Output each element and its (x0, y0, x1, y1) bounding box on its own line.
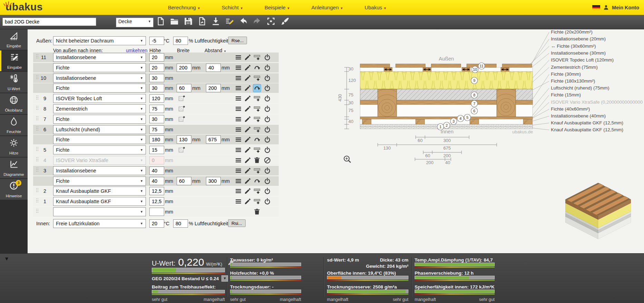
toolbar-redo-button[interactable] (252, 17, 262, 27)
layer-power-button[interactable] (264, 146, 271, 154)
toolbar-compose-button[interactable] (225, 17, 234, 27)
toolbar-new-file-button[interactable] (156, 17, 165, 27)
layer-insert-layer-button[interactable] (253, 146, 261, 154)
layer-menu-button[interactable] (235, 64, 242, 72)
logo[interactable]: ubakus (6, 1, 43, 13)
layer-material-select[interactable]: ▼ (53, 207, 146, 216)
innen-temp-input[interactable] (149, 219, 164, 228)
layer-menu-button[interactable] (235, 157, 242, 164)
layer-spacing-input[interactable] (206, 84, 221, 92)
layer-thickness-input[interactable] (149, 177, 164, 185)
layer-material-select[interactable]: ISOVER Vario XtraSafe▼ (53, 156, 146, 165)
layer-thickness-input[interactable] (149, 64, 164, 72)
layer-trash-button[interactable] (253, 157, 261, 164)
add-wood-section-button[interactable] (178, 105, 186, 112)
layer-thickness-input[interactable] (149, 146, 164, 154)
layer-edit-button[interactable] (244, 84, 251, 92)
layer-menu-button[interactable] (235, 95, 242, 102)
toolbar-undo-button[interactable] (239, 17, 248, 27)
nav-item-schicht[interactable]: Schicht▼ (222, 4, 243, 10)
layer-insert-layer-button[interactable] (253, 167, 261, 174)
layer-edit-button[interactable] (244, 95, 251, 102)
layer-edit-button[interactable] (244, 167, 251, 174)
layer-thickness-input[interactable] (149, 197, 164, 206)
toolbar-open-folder-button[interactable] (170, 17, 179, 27)
add-wood-section-button[interactable] (178, 115, 186, 123)
layer-width-input[interactable] (177, 135, 191, 144)
layer-spacing-input[interactable] (206, 177, 221, 185)
layer-thickness-input[interactable] (149, 156, 164, 164)
layer-material-select[interactable]: Installationsebene▼ (53, 74, 146, 83)
layer-material-select[interactable]: Fichte▼ (53, 115, 146, 124)
layer-insert-layer-button[interactable] (253, 198, 261, 205)
sidebar-item-hinweise[interactable]: Hinweise3 (0, 179, 28, 200)
innen-climate-select[interactable]: Freie Luftzirkulation▼ (53, 219, 146, 228)
sidebar-item-feuchte[interactable]: Feuchte (0, 115, 28, 135)
layer-edit-button[interactable] (244, 54, 251, 61)
layer-material-select[interactable]: Knauf Ausbauplatte GKF▼ (53, 187, 146, 196)
layer-material-select[interactable]: Fichte▼ (53, 145, 146, 154)
layer-edit-button[interactable] (244, 105, 251, 113)
layer-thickness-input[interactable] (149, 208, 164, 216)
layer-thickness-input[interactable] (149, 125, 164, 134)
nav-item-ubakus[interactable]: Ubakus▼ (365, 4, 387, 10)
layer-menu-button[interactable] (235, 84, 242, 92)
account-label[interactable]: Mein Konto (612, 5, 639, 10)
sidebar-item-diagramme[interactable]: Diagramme (0, 158, 28, 178)
layer-insert-layer-button[interactable] (253, 54, 261, 61)
layer-swap-button[interactable] (253, 84, 261, 92)
layer-power-button[interactable] (264, 198, 271, 205)
nav-item-anleitungen[interactable]: Anleitungen▼ (311, 4, 343, 10)
layer-power-button[interactable] (264, 74, 271, 82)
rse-button[interactable]: Rse... (228, 37, 247, 44)
aussen-humidity-input[interactable] (173, 37, 188, 45)
layer-insert-layer-button[interactable] (253, 74, 261, 82)
layer-menu-button[interactable] (235, 136, 242, 143)
toolbar-download-button[interactable] (211, 17, 220, 27)
component-type-select[interactable]: Decke ▼ (116, 18, 153, 27)
layer-power-button[interactable] (264, 84, 271, 92)
layer-thickness-input[interactable] (149, 53, 164, 61)
layer-power-button[interactable] (264, 167, 271, 174)
layer-power-button[interactable] (264, 115, 271, 123)
sidebar-item-u-wert[interactable]: U-Wert (0, 72, 28, 93)
layer-edit-button[interactable] (244, 177, 251, 185)
layer-material-select[interactable]: Installationsebene▼ (53, 53, 146, 62)
layer-insert-layer-button[interactable] (253, 105, 261, 113)
rsi-button[interactable]: Rsi... (228, 219, 246, 227)
layer-spacing-input[interactable] (206, 135, 221, 144)
german-flag-icon[interactable] (592, 5, 600, 10)
preview-3d[interactable] (561, 178, 633, 250)
layer-thickness-input[interactable] (149, 84, 164, 92)
aussen-temp-input[interactable] (149, 37, 164, 45)
layer-power-button[interactable] (264, 177, 271, 185)
project-name-input[interactable] (2, 18, 96, 26)
layer-material-select[interactable]: Fichte▼ (53, 135, 146, 144)
layer-menu-button[interactable] (235, 146, 242, 154)
layer-thickness-input[interactable] (149, 105, 164, 113)
toolbar-brush-button[interactable] (280, 17, 289, 27)
layer-thickness-input[interactable] (149, 94, 164, 103)
layer-menu-button[interactable] (235, 74, 242, 82)
layer-menu-button[interactable] (235, 167, 242, 174)
account-area[interactable]: Mein Konto (592, 0, 639, 15)
toolbar-fullscreen-button[interactable] (266, 17, 276, 27)
collapse-results-icon[interactable]: ▼ (4, 256, 9, 262)
layer-material-select[interactable]: Luftschicht (ruhend)▼ (53, 125, 146, 134)
layer-edit-button[interactable] (244, 157, 251, 164)
layer-menu-button[interactable] (235, 198, 242, 205)
layer-power-button[interactable] (264, 95, 271, 102)
nav-item-berechnung[interactable]: Berechnung▼ (168, 4, 200, 10)
layer-ban-button[interactable] (264, 157, 271, 164)
layer-material-select[interactable]: Zementestrich▼ (53, 104, 146, 113)
layer-trash-button[interactable] (253, 208, 261, 216)
layer-menu-button[interactable] (235, 105, 242, 113)
layer-material-select[interactable]: Installationsebene▼ (53, 166, 146, 175)
layer-edit-button[interactable] (244, 126, 251, 133)
layer-width-input[interactable] (177, 177, 191, 185)
layer-power-button[interactable] (264, 105, 271, 113)
layer-power-button[interactable] (264, 136, 271, 143)
layer-width-input[interactable] (177, 64, 191, 72)
layer-thickness-input[interactable] (149, 115, 164, 123)
layer-swap-button[interactable] (253, 64, 261, 72)
